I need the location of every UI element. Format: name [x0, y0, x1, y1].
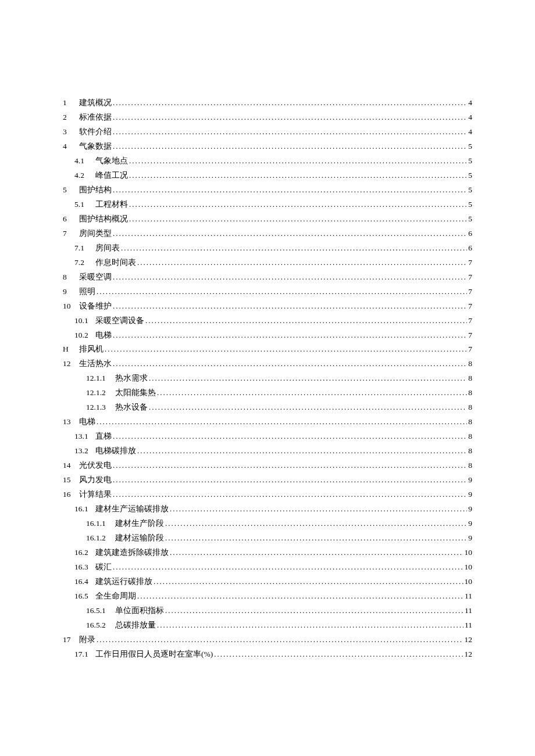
toc-entry[interactable]: 12.1.3热水设备8 — [63, 400, 472, 415]
toc-entry-page: 7 — [467, 314, 472, 328]
toc-entry[interactable]: 7.2作息时间表7 — [63, 256, 472, 270]
toc-entry-label: 4.2峰值工况 — [74, 169, 128, 183]
toc-entry-label: 17.1工作日用假日人员逐时在室率(%) — [74, 647, 213, 662]
toc-entry[interactable]: 4.2峰值工况5 — [63, 169, 472, 183]
toc-entry[interactable]: 16.5.2总碳排放量11 — [63, 618, 472, 633]
toc-leader-dots — [112, 429, 467, 444]
toc-entry[interactable]: 15风力发电9 — [63, 473, 472, 488]
toc-entry-number: 12.1.1 — [86, 371, 115, 386]
toc-entry-page: 8 — [467, 415, 472, 429]
toc-entry-label: 12.1.2太阳能集热 — [86, 386, 156, 400]
toc-entry-page: 10 — [463, 546, 473, 560]
toc-entry[interactable]: 7.1房间表6 — [63, 241, 472, 256]
toc-leader-dots — [95, 285, 467, 299]
toc-entry-label: 6围护结构概况 — [63, 212, 128, 227]
toc-leader-dots — [169, 502, 467, 517]
toc-entry[interactable]: 9照明7 — [63, 285, 472, 299]
toc-entry-page: 4 — [467, 110, 472, 125]
toc-entry-number: 10.2 — [74, 328, 95, 343]
toc-leader-dots — [120, 241, 467, 256]
toc-entry[interactable]: 14光伏发电8 — [63, 458, 472, 473]
toc-leader-dots — [104, 342, 467, 357]
toc-leader-dots — [164, 604, 463, 618]
toc-leader-dots — [136, 444, 467, 458]
toc-entry[interactable]: 16.1建材生产运输碳排放9 — [63, 502, 472, 517]
toc-entry[interactable]: 2标准依据4 — [63, 110, 472, 125]
toc-entry-number: 16.3 — [74, 560, 95, 575]
toc-entry[interactable]: 10.2电梯7 — [63, 328, 472, 343]
toc-entry[interactable]: 10.1采暖空调设备7 — [63, 314, 472, 328]
toc-entry-title: 建材生产阶段 — [115, 519, 164, 528]
toc-entry[interactable]: 13.2电梯碳排放8 — [63, 444, 472, 458]
toc-entry-label: 16.1.2建材运输阶段 — [86, 531, 164, 546]
toc-entry-number: 17 — [63, 633, 79, 647]
toc-entry[interactable]: 16.5全生命周期11 — [63, 589, 472, 604]
toc-entry-label: 16.5全生命周期 — [74, 589, 136, 604]
toc-entry[interactable]: 12.1.2太阳能集热8 — [63, 386, 472, 400]
toc-leader-dots — [128, 154, 467, 169]
toc-entry-label: 12.1.3热水设备 — [86, 400, 148, 415]
toc-leader-dots — [112, 328, 467, 343]
toc-entry-title: 围护结构 — [79, 185, 112, 194]
toc-entry-number: 16.5.1 — [86, 604, 115, 618]
toc-entry-label: 7房间类型 — [63, 227, 112, 241]
toc-entry-title: 光伏发电 — [79, 461, 112, 470]
toc-leader-dots — [164, 531, 467, 546]
toc-entry[interactable]: 17附录12 — [63, 633, 472, 647]
toc-entry-page: 8 — [467, 400, 472, 415]
toc-entry[interactable]: 4.1气象地点5 — [63, 154, 472, 169]
toc-entry[interactable]: 16计算结果9 — [63, 488, 472, 502]
toc-entry[interactable]: 16.1.2建材运输阶段9 — [63, 531, 472, 546]
toc-entry-number: 17.1 — [74, 647, 95, 662]
toc-entry-title: 房间表 — [95, 243, 120, 252]
toc-entry-page: 11 — [463, 604, 472, 618]
toc-entry-label: 7.1房间表 — [74, 241, 120, 256]
toc-entry[interactable]: 12生活热水8 — [63, 357, 472, 371]
toc-entry-title: 直梯 — [95, 432, 112, 440]
toc-leader-dots — [136, 256, 467, 270]
toc-entry[interactable]: 13电梯8 — [63, 415, 472, 429]
toc-entry[interactable]: H排风机7 — [63, 342, 472, 357]
toc-entry[interactable]: 4气象数据5 — [63, 139, 472, 154]
toc-leader-dots — [156, 618, 463, 633]
toc-entry[interactable]: 16.5.1单位面积指标11 — [63, 604, 472, 618]
toc-entry-page: 8 — [467, 371, 472, 386]
toc-entry[interactable]: 16.4建筑运行碳排放10 — [63, 575, 472, 589]
toc-entry-page: 7 — [467, 256, 472, 270]
toc-entry[interactable]: 3软件介绍4 — [63, 125, 472, 139]
toc-entry-number: 12.1.2 — [86, 386, 115, 400]
toc-entry-label: 13.2电梯碳排放 — [74, 444, 136, 458]
toc-entry[interactable]: 6围护结构概况5 — [63, 212, 472, 227]
toc-entry-title: 生活热水 — [79, 359, 112, 368]
toc-entry-title: 建材生产运输碳排放 — [95, 504, 169, 513]
toc-entry-number: 4.1 — [74, 154, 95, 169]
toc-entry-title: 建筑概况 — [79, 98, 112, 107]
toc-entry[interactable]: 13.1直梯8 — [63, 429, 472, 444]
toc-entry[interactable]: 1建筑概况4 — [63, 96, 472, 110]
toc-leader-dots — [112, 560, 463, 575]
toc-entry-page: 9 — [467, 517, 472, 531]
toc-entry-title: 作息时间表 — [95, 258, 136, 267]
toc-entry[interactable]: 7房间类型6 — [63, 227, 472, 241]
toc-entry-page: 10 — [463, 575, 473, 589]
toc-entry[interactable]: 17.1工作日用假日人员逐时在室率(%)12 — [63, 647, 472, 662]
toc-entry[interactable]: 16.3碳汇10 — [63, 560, 472, 575]
toc-entry[interactable]: 5.1工程材料5 — [63, 198, 472, 212]
toc-entry[interactable]: 10设备维护7 — [63, 299, 472, 314]
toc-leader-dots — [95, 415, 467, 429]
toc-entry[interactable]: 8采暖空调7 — [63, 270, 472, 285]
toc-entry[interactable]: 16.1.1建材生产阶段9 — [63, 517, 472, 531]
toc-entry-number: 5 — [63, 183, 79, 198]
toc-entry[interactable]: 12.1.1热水需求8 — [63, 371, 472, 386]
toc-entry[interactable]: 5围护结构5 — [63, 183, 472, 198]
toc-entry-label: 16.5.1单位面积指标 — [86, 604, 164, 618]
toc-entry-title: 采暖空调设备 — [95, 316, 144, 325]
toc-entry[interactable]: 16.2建筑建造拆除碳排放10 — [63, 546, 472, 560]
toc-leader-dots — [95, 633, 463, 647]
toc-entry-label: 16.1建材生产运输碳排放 — [74, 502, 169, 517]
toc-entry-page: 6 — [467, 227, 472, 241]
toc-entry-number: 16.5.2 — [86, 618, 115, 633]
toc-entry-page: 9 — [467, 502, 472, 517]
toc-leader-dots — [213, 647, 463, 662]
toc-entry-title: 风力发电 — [79, 475, 112, 484]
